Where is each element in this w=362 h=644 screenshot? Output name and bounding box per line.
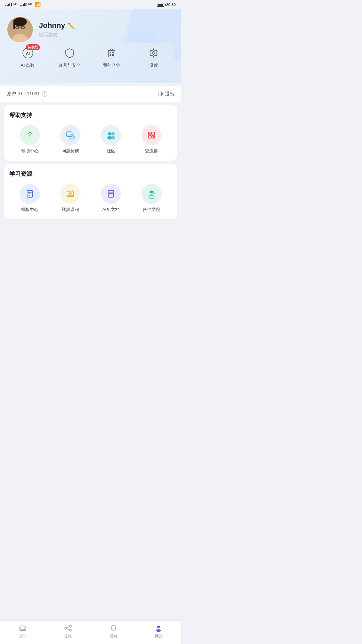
svg-rect-13: [110, 52, 111, 53]
api-docs-item[interactable]: API 文档: [90, 184, 131, 213]
template-center-item[interactable]: 模板中心: [9, 184, 50, 213]
video-course-item[interactable]: 视频课程: [50, 184, 90, 213]
help-icon-grid: ? 帮助中心 ? ? 问题反馈: [9, 125, 172, 154]
account-id-row: 账户 ID：11031 i 退出: [0, 86, 181, 102]
svg-rect-12: [108, 50, 115, 57]
svg-point-53: [149, 195, 154, 199]
partner-academy-label: 伙伴学院: [143, 207, 160, 213]
svg-rect-15: [110, 54, 111, 56]
help-section: 帮助支持 ? 帮助中心 ?: [4, 105, 177, 161]
status-bar: 5G 5G 📶 20:30: [0, 0, 181, 9]
quick-action-my-enterprise[interactable]: 我的企业: [90, 46, 132, 68]
settings-label: 设置: [149, 62, 158, 68]
help-center-icon: ?: [20, 125, 40, 145]
svg-text:?: ?: [71, 135, 73, 139]
svg-point-3: [13, 17, 27, 26]
svg-rect-39: [28, 194, 31, 194]
edit-profile-icon[interactable]: ✏️: [68, 22, 74, 29]
learning-icon-grid: 模板中心 视频课程: [9, 184, 172, 213]
svg-text:AI: AI: [26, 51, 29, 55]
settings-icon-wrap: [146, 46, 161, 60]
exchange-group-item[interactable]: 交流群: [131, 125, 172, 154]
svg-point-27: [108, 132, 111, 136]
ai-points-icon-wrap: AI 待领取: [20, 46, 35, 60]
svg-rect-32: [152, 132, 155, 135]
svg-rect-35: [149, 133, 150, 134]
api-docs-icon: [101, 184, 121, 204]
profile-name: Johnny: [39, 21, 65, 30]
info-icon[interactable]: i: [42, 91, 47, 97]
learning-section-title: 学习资源: [9, 170, 172, 178]
shield-icon: [64, 48, 75, 58]
enterprise-icon: [106, 48, 117, 58]
exchange-group-label: 交流群: [145, 148, 158, 154]
account-security-icon-wrap: [62, 46, 77, 60]
svg-text:?: ?: [27, 130, 32, 139]
logout-button[interactable]: 退出: [158, 91, 174, 97]
svg-rect-36: [153, 136, 154, 138]
template-center-label: 模板中心: [21, 207, 39, 213]
signal-info: 5G 5G 📶: [5, 2, 41, 7]
battery-icon: [157, 3, 164, 7]
time-battery: 20:30: [157, 3, 176, 7]
account-id: 账户 ID：11031 i: [7, 91, 47, 97]
svg-point-30: [111, 136, 115, 140]
wifi-icon: 📶: [35, 2, 41, 7]
feedback-item[interactable]: ? ? 问题反馈: [50, 125, 90, 154]
profile-name-row: Johnny ✏️: [39, 21, 74, 30]
feedback-label: 问题反馈: [62, 148, 79, 154]
logout-icon: [158, 91, 164, 97]
svg-point-56: [154, 194, 155, 195]
quick-action-account-security[interactable]: 账号与安全: [49, 46, 90, 68]
account-id-label: 账户 ID：11031: [7, 91, 40, 97]
account-security-label: 账号与安全: [59, 62, 80, 68]
video-course-icon: [60, 184, 80, 204]
gear-icon: [148, 48, 159, 58]
clock: 20:30: [166, 3, 176, 7]
profile-bio[interactable]: 填写签名: [39, 32, 74, 38]
profile-info: Johnny ✏️ 填写签名: [39, 21, 74, 38]
community-item[interactable]: 社区: [90, 125, 131, 154]
svg-rect-44: [68, 196, 73, 197]
svg-rect-38: [28, 192, 32, 193]
signal-2: 5G: [20, 2, 32, 7]
help-center-item[interactable]: ? 帮助中心: [9, 125, 50, 154]
svg-point-18: [152, 52, 155, 54]
svg-rect-17: [111, 49, 113, 50]
ai-badge: 待领取: [26, 44, 40, 50]
signal-1: 5G: [5, 2, 17, 7]
video-course-label: 视频课程: [62, 207, 79, 213]
avatar[interactable]: [7, 16, 34, 43]
svg-rect-16: [112, 54, 114, 56]
my-enterprise-icon-wrap: [104, 46, 119, 60]
feedback-icon: ? ?: [60, 125, 80, 145]
svg-rect-47: [108, 191, 114, 197]
svg-rect-40: [28, 195, 30, 196]
quick-action-settings[interactable]: 设置: [132, 46, 174, 68]
template-center-icon: [20, 184, 40, 204]
svg-rect-14: [112, 52, 114, 53]
svg-point-28: [111, 132, 115, 136]
ai-points-label: AI 点数: [21, 62, 35, 68]
svg-rect-4: [13, 20, 15, 29]
svg-rect-33: [148, 136, 151, 138]
partner-academy-item[interactable]: 伙伴学院: [131, 184, 172, 213]
quick-action-ai-points[interactable]: AI 待领取 AI 点数: [7, 46, 49, 68]
community-label: 社区: [107, 148, 115, 154]
exchange-group-icon: [141, 125, 162, 145]
partner-academy-icon: [141, 184, 162, 204]
profile-section: Johnny ✏️ 填写签名 AI 待领取 AI 点数: [0, 9, 181, 83]
community-icon: [101, 125, 121, 145]
api-docs-label: API 文档: [102, 207, 119, 213]
help-center-label: 帮助中心: [21, 148, 39, 154]
svg-point-43: [69, 193, 71, 195]
quick-actions: AI 待领取 AI 点数 账号与安全: [7, 43, 174, 75]
help-section-title: 帮助支持: [9, 111, 172, 119]
learning-section: 学习资源 模板中心: [4, 164, 177, 219]
my-enterprise-label: 我的企业: [103, 62, 120, 68]
logout-label: 退出: [165, 91, 174, 97]
